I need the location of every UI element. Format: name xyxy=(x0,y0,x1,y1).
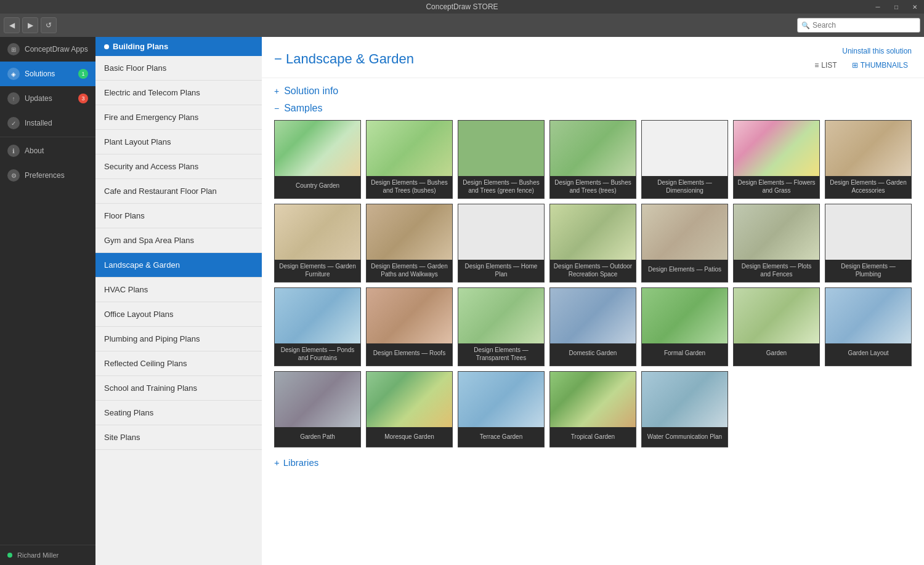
thumb-item-formal[interactable]: Formal Garden xyxy=(641,287,728,366)
thumb-label-garden-path: Garden Path xyxy=(275,427,360,447)
sidebar-installed-label: Installed xyxy=(25,119,52,127)
sidebar-item-updates[interactable]: ↑ Updates 3 xyxy=(0,86,95,111)
title-bar: ConceptDraw STORE ─ □ ✕ xyxy=(0,0,924,14)
thumb-item-furniture[interactable]: Design Elements — Garden Furniture xyxy=(274,204,361,282)
thumb-image-moresque xyxy=(367,372,452,427)
solutions-badge: 1 xyxy=(78,69,88,79)
nav-item-landscape[interactable]: Landscape & Garden xyxy=(95,253,262,278)
sidebar-about-label: About xyxy=(25,146,44,155)
thumbnails-grid: Country GardenDesign Elements — Bushes a… xyxy=(274,120,912,447)
thumb-item-accessories[interactable]: Design Elements — Garden Accessories xyxy=(825,120,912,199)
sidebar-item-preferences[interactable]: ⚙ Preferences xyxy=(0,163,95,188)
sidebar-preferences-label: Preferences xyxy=(25,171,65,180)
thumb-item-garden-main[interactable]: Garden xyxy=(733,287,820,366)
sidebar-item-installed[interactable]: ✓ Installed xyxy=(0,111,95,135)
list-view-button[interactable]: ≡ LIST xyxy=(811,59,840,71)
libraries-header[interactable]: + Libraries xyxy=(274,457,912,468)
nav-item-electric[interactable]: Electric and Telecom Plans xyxy=(95,81,262,105)
nav-item-school[interactable]: School and Training Plans xyxy=(95,376,262,401)
libraries-label: Libraries xyxy=(283,457,319,468)
sidebar-solutions-label: Solutions xyxy=(25,70,55,78)
installed-icon: ✓ xyxy=(7,117,20,129)
nav-item-office[interactable]: Office Layout Plans xyxy=(95,302,262,327)
uninstall-link[interactable]: Uninstall this solution xyxy=(842,47,912,55)
search-icon: 🔍 xyxy=(801,22,810,30)
nav-item-basic-floor[interactable]: Basic Floor Plans xyxy=(95,56,262,81)
refresh-button[interactable]: ↺ xyxy=(41,17,57,33)
updates-badge: 3 xyxy=(78,94,88,103)
thumb-label-paths: Design Elements — Garden Paths and Walkw… xyxy=(367,260,452,282)
thumb-item-roofs[interactable]: Design Elements — Roofs xyxy=(366,287,453,366)
thumbnails-view-button[interactable]: ⊞ THUMBNAILS xyxy=(848,59,912,71)
thumb-item-layout[interactable]: Garden Layout xyxy=(825,287,912,366)
thumb-label-roofs: Design Elements — Roofs xyxy=(367,343,452,363)
thumb-label-plots: Design Elements — Plots and Fences xyxy=(734,260,819,282)
nav-item-cafe[interactable]: Cafe and Restaurant Floor Plan xyxy=(95,179,262,204)
thumb-item-paths[interactable]: Design Elements — Garden Paths and Walkw… xyxy=(366,204,453,282)
sidebar-updates-label: Updates xyxy=(25,94,52,103)
nav-item-plumbing[interactable]: Plumbing and Piping Plans xyxy=(95,327,262,351)
minimize-button[interactable]: ─ xyxy=(869,0,887,14)
thumb-item-flowers[interactable]: Design Elements — Flowers and Grass xyxy=(733,120,820,199)
thumb-label-patios: Design Elements — Patios xyxy=(642,260,727,279)
thumb-label-flowers: Design Elements — Flowers and Grass xyxy=(734,176,819,198)
libraries-toggle: + xyxy=(274,457,280,468)
thumb-item-garden-path[interactable]: Garden Path xyxy=(274,371,361,447)
nav-item-seating[interactable]: Seating Plans xyxy=(95,401,262,425)
thumb-item-moresque[interactable]: Moresque Garden xyxy=(366,371,453,447)
thumb-item-domestic[interactable]: Domestic Garden xyxy=(549,287,636,366)
nav-item-fire[interactable]: Fire and Emergency Plans xyxy=(95,105,262,130)
thumb-item-home-plan[interactable]: Design Elements — Home Plan xyxy=(458,204,545,282)
content-area: − Landscape & Garden Uninstall this solu… xyxy=(262,37,924,565)
thumb-item-country-garden[interactable]: Country Garden xyxy=(274,120,361,199)
thumb-item-patios[interactable]: Design Elements — Patios xyxy=(641,204,728,282)
user-name: Richard Miller xyxy=(17,551,59,559)
thumb-image-home-plan xyxy=(458,204,544,260)
thumb-item-ponds[interactable]: Design Elements — Ponds and Fountains xyxy=(274,287,361,366)
thumb-item-dimensioning[interactable]: Design Elements — Dimensioning xyxy=(641,120,728,199)
thumb-label-layout: Garden Layout xyxy=(825,343,911,363)
samples-header[interactable]: − Samples xyxy=(274,103,912,114)
search-box[interactable]: 🔍 xyxy=(797,18,920,33)
maximize-button[interactable]: □ xyxy=(887,0,906,14)
close-button[interactable]: ✕ xyxy=(906,0,924,14)
thumb-label-water-comm: Water Communication Plan xyxy=(642,427,727,447)
sidebar-item-apps[interactable]: ⊞ ConceptDraw Apps xyxy=(0,37,95,62)
thumb-item-plumbing-de[interactable]: Design Elements — Plumbing xyxy=(825,204,912,282)
minus-icon: − xyxy=(274,51,286,66)
thumb-label-transparent: Design Elements — Transparent Trees xyxy=(458,343,544,366)
nav-item-plant[interactable]: Plant Layout Plans xyxy=(95,130,262,154)
thumb-item-water-comm[interactable]: Water Communication Plan xyxy=(641,371,728,447)
thumb-item-transparent[interactable]: Design Elements — Transparent Trees xyxy=(458,287,545,366)
user-info: Richard Miller xyxy=(0,545,95,565)
sidebar-item-about[interactable]: ℹ About xyxy=(0,138,95,163)
nav-item-gym[interactable]: Gym and Spa Area Plans xyxy=(95,228,262,253)
nav-item-site[interactable]: Site Plans xyxy=(95,425,262,450)
thumb-item-bushes-bushes[interactable]: Design Elements — Bushes and Trees (bush… xyxy=(366,120,453,199)
nav-item-security[interactable]: Security and Access Plans xyxy=(95,154,262,179)
user-status-dot xyxy=(7,553,12,558)
thumb-item-tropical[interactable]: Tropical Garden xyxy=(549,371,636,447)
search-input[interactable] xyxy=(813,21,916,30)
thumbnails-label: THUMBNAILS xyxy=(861,61,908,70)
samples-label: Samples xyxy=(284,103,322,114)
forward-button[interactable]: ▶ xyxy=(22,17,38,33)
thumb-label-tropical: Tropical Garden xyxy=(550,427,636,447)
thumb-item-bushes-trees[interactable]: Design Elements — Bushes and Trees (tree… xyxy=(549,120,636,199)
nav-item-floor[interactable]: Floor Plans xyxy=(95,204,262,228)
sidebar-item-solutions[interactable]: ◈ Solutions 1 xyxy=(0,62,95,86)
thumb-item-outdoor[interactable]: Design Elements — Outdoor Recreation Spa… xyxy=(549,204,636,282)
main-layout: ⊞ ConceptDraw Apps ◈ Solutions 1 ↑ Updat… xyxy=(0,37,924,565)
nav-item-reflected[interactable]: Reflected Ceiling Plans xyxy=(95,351,262,376)
thumb-label-ponds: Design Elements — Ponds and Fountains xyxy=(275,343,360,366)
back-button[interactable]: ◀ xyxy=(4,17,20,33)
thumb-item-plots[interactable]: Design Elements — Plots and Fences xyxy=(733,204,820,282)
thumb-image-layout xyxy=(825,288,911,343)
samples-toggle: − xyxy=(274,103,279,113)
thumb-label-country-garden: Country Garden xyxy=(275,176,360,196)
thumb-image-formal xyxy=(642,288,727,343)
thumb-item-bushes-green[interactable]: Design Elements — Bushes and Trees (gree… xyxy=(458,120,545,199)
nav-item-hvac[interactable]: HVAC Plans xyxy=(95,278,262,302)
solution-info-header[interactable]: + Solution info xyxy=(274,86,912,97)
thumb-item-terrace[interactable]: Terrace Garden xyxy=(458,371,545,447)
